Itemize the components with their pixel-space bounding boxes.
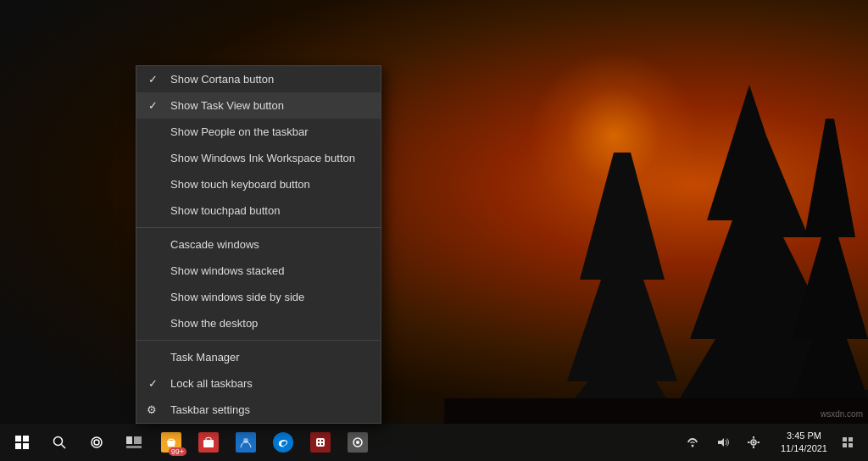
taskbar-clock[interactable]: 3:45 PM 11/14/2021	[774, 424, 834, 461]
svg-rect-3	[444, 398, 868, 424]
menu-item-label: Taskbar settings	[170, 403, 250, 416]
svg-rect-20	[318, 443, 320, 445]
start-button[interactable]	[3, 424, 41, 461]
svg-marker-2	[783, 119, 868, 424]
svg-rect-19	[321, 440, 323, 442]
svg-rect-12	[126, 436, 132, 444]
clock-date: 11/14/2021	[781, 442, 827, 455]
menu-separator	[136, 227, 381, 228]
checkmark-icon: ✓	[148, 377, 158, 390]
menu-item-show-touch-keyboard[interactable]: Show touch keyboard button	[136, 171, 381, 197]
taskbar-app-6[interactable]	[339, 424, 376, 461]
menu-item-label: Lock all taskbars	[170, 377, 253, 390]
settings-tray-icon[interactable]	[740, 424, 767, 461]
svg-marker-0	[665, 85, 868, 424]
network-icon[interactable]	[679, 424, 706, 461]
svg-rect-30	[843, 437, 847, 442]
svg-rect-7	[23, 443, 29, 449]
tree-silhouette	[444, 68, 868, 424]
svg-rect-13	[134, 436, 142, 444]
taskbar-apps: 99+	[153, 424, 672, 461]
menu-item-label: Show touch keyboard button	[170, 178, 310, 191]
svg-rect-21	[321, 443, 323, 445]
svg-rect-31	[849, 437, 853, 442]
svg-rect-18	[318, 440, 320, 442]
menu-item-show-desktop[interactable]: Show the desktop	[136, 310, 381, 336]
cortana-button[interactable]	[78, 424, 115, 461]
svg-rect-14	[126, 446, 142, 448]
svg-point-24	[691, 445, 693, 447]
menu-item-cascade-windows[interactable]: Cascade windows	[136, 231, 381, 258]
clock-time: 3:45 PM	[787, 430, 821, 442]
search-button[interactable]	[41, 424, 78, 461]
checkmark-icon: ✓	[148, 73, 158, 86]
svg-point-23	[356, 441, 359, 444]
svg-rect-29	[757, 442, 760, 443]
gear-icon: ⚙	[147, 403, 157, 416]
svg-marker-1	[554, 153, 682, 424]
svg-point-25	[752, 442, 754, 444]
taskbar-app-edge[interactable]	[264, 424, 302, 461]
menu-item-label: Show Cortana button	[170, 73, 274, 86]
svg-point-10	[92, 437, 102, 447]
context-menu: ✓Show Cortana button✓Show Task View butt…	[136, 65, 381, 424]
svg-rect-5	[23, 436, 29, 442]
menu-item-label: Show windows stacked	[170, 264, 284, 277]
menu-item-show-cortana[interactable]: ✓Show Cortana button	[136, 66, 381, 92]
menu-item-show-ink[interactable]: Show Windows Ink Workspace button	[136, 145, 381, 171]
menu-item-task-manager[interactable]: Task Manager	[136, 344, 381, 370]
svg-rect-15	[203, 440, 214, 447]
menu-item-taskbar-settings[interactable]: ⚙Taskbar settings	[136, 397, 381, 423]
taskbar-app-3[interactable]	[227, 424, 264, 461]
taskbar-app-store[interactable]: 99+	[153, 424, 190, 461]
menu-item-show-side-by-side[interactable]: Show windows side by side	[136, 284, 381, 310]
menu-item-label: Show touchpad button	[170, 204, 280, 217]
menu-item-label: Show People on the taskbar	[170, 125, 309, 138]
checkmark-icon: ✓	[148, 99, 158, 112]
svg-rect-27	[753, 447, 754, 449]
svg-line-9	[62, 445, 66, 449]
desktop: wsxdn.com	[0, 0, 868, 461]
menu-item-show-task-view[interactable]: ✓Show Task View button	[136, 92, 381, 119]
notification-center-icon[interactable]	[834, 424, 861, 461]
svg-rect-26	[753, 436, 754, 439]
svg-rect-4	[15, 436, 21, 442]
taskbar: 99+	[0, 424, 868, 461]
task-view-button[interactable]	[115, 424, 153, 461]
volume-icon[interactable]	[709, 424, 737, 461]
svg-rect-6	[15, 443, 21, 449]
menu-item-label: Cascade windows	[170, 238, 259, 251]
svg-rect-32	[843, 443, 847, 447]
svg-rect-28	[748, 442, 750, 443]
menu-item-show-stacked[interactable]: Show windows stacked	[136, 258, 381, 284]
taskbar-app-5[interactable]	[302, 424, 339, 461]
svg-rect-33	[849, 443, 853, 447]
menu-item-label: Show the desktop	[170, 317, 258, 330]
system-tray	[672, 424, 774, 461]
menu-item-label: Show Windows Ink Workspace button	[170, 152, 355, 164]
menu-item-label: Task Manager	[170, 351, 240, 364]
menu-item-show-touchpad[interactable]: Show touchpad button	[136, 197, 381, 224]
menu-item-show-people[interactable]: Show People on the taskbar	[136, 119, 381, 145]
menu-separator	[136, 340, 381, 341]
svg-point-11	[94, 440, 99, 445]
store-badge: 99+	[169, 447, 186, 456]
menu-item-label: Show Task View button	[170, 99, 284, 112]
menu-item-lock-taskbars[interactable]: ✓Lock all taskbars	[136, 370, 381, 397]
svg-point-8	[54, 437, 63, 446]
menu-item-label: Show windows side by side	[170, 291, 304, 303]
sunset-glow	[529, 51, 698, 220]
watermark: wsxdn.com	[821, 409, 863, 419]
svg-point-16	[243, 438, 248, 443]
taskbar-app-2[interactable]	[190, 424, 227, 461]
svg-rect-17	[316, 438, 325, 447]
